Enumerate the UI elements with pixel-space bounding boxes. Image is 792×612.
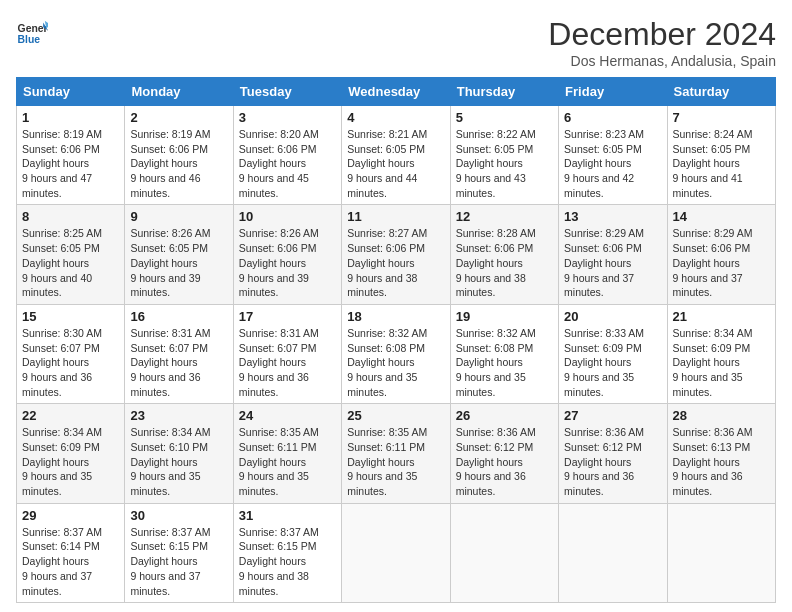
- page-header: General Blue December 2024 Dos Hermanas,…: [16, 16, 776, 69]
- day-number: 7: [673, 110, 770, 125]
- day-info: Sunrise: 8:22 AMSunset: 6:05 PMDaylight …: [456, 128, 536, 199]
- calendar-cell: 9 Sunrise: 8:26 AMSunset: 6:05 PMDayligh…: [125, 205, 233, 304]
- day-info: Sunrise: 8:34 AMSunset: 6:09 PMDaylight …: [673, 327, 753, 398]
- calendar-cell: 8 Sunrise: 8:25 AMSunset: 6:05 PMDayligh…: [17, 205, 125, 304]
- day-number: 8: [22, 209, 119, 224]
- calendar-cell: 21 Sunrise: 8:34 AMSunset: 6:09 PMDaylig…: [667, 304, 775, 403]
- calendar-cell: 24 Sunrise: 8:35 AMSunset: 6:11 PMDaylig…: [233, 404, 341, 503]
- calendar-cell: 6 Sunrise: 8:23 AMSunset: 6:05 PMDayligh…: [559, 106, 667, 205]
- weekday-header-monday: Monday: [125, 78, 233, 106]
- day-info: Sunrise: 8:19 AMSunset: 6:06 PMDaylight …: [22, 128, 102, 199]
- day-number: 28: [673, 408, 770, 423]
- calendar-cell: [559, 503, 667, 602]
- calendar-cell: 10 Sunrise: 8:26 AMSunset: 6:06 PMDaylig…: [233, 205, 341, 304]
- day-number: 15: [22, 309, 119, 324]
- calendar-cell: [667, 503, 775, 602]
- week-row-4: 22 Sunrise: 8:34 AMSunset: 6:09 PMDaylig…: [17, 404, 776, 503]
- calendar-cell: 20 Sunrise: 8:33 AMSunset: 6:09 PMDaylig…: [559, 304, 667, 403]
- day-info: Sunrise: 8:37 AMSunset: 6:15 PMDaylight …: [239, 526, 319, 597]
- calendar-cell: 12 Sunrise: 8:28 AMSunset: 6:06 PMDaylig…: [450, 205, 558, 304]
- day-info: Sunrise: 8:37 AMSunset: 6:14 PMDaylight …: [22, 526, 102, 597]
- weekday-header-tuesday: Tuesday: [233, 78, 341, 106]
- day-info: Sunrise: 8:23 AMSunset: 6:05 PMDaylight …: [564, 128, 644, 199]
- day-number: 10: [239, 209, 336, 224]
- weekday-header-row: SundayMondayTuesdayWednesdayThursdayFrid…: [17, 78, 776, 106]
- calendar-cell: [342, 503, 450, 602]
- calendar-cell: 1 Sunrise: 8:19 AMSunset: 6:06 PMDayligh…: [17, 106, 125, 205]
- weekday-header-wednesday: Wednesday: [342, 78, 450, 106]
- calendar-cell: 11 Sunrise: 8:27 AMSunset: 6:06 PMDaylig…: [342, 205, 450, 304]
- day-info: Sunrise: 8:36 AMSunset: 6:12 PMDaylight …: [564, 426, 644, 497]
- day-number: 17: [239, 309, 336, 324]
- day-number: 26: [456, 408, 553, 423]
- calendar-cell: 22 Sunrise: 8:34 AMSunset: 6:09 PMDaylig…: [17, 404, 125, 503]
- calendar-cell: 26 Sunrise: 8:36 AMSunset: 6:12 PMDaylig…: [450, 404, 558, 503]
- day-info: Sunrise: 8:28 AMSunset: 6:06 PMDaylight …: [456, 227, 536, 298]
- day-info: Sunrise: 8:26 AMSunset: 6:06 PMDaylight …: [239, 227, 319, 298]
- day-info: Sunrise: 8:36 AMSunset: 6:13 PMDaylight …: [673, 426, 753, 497]
- day-number: 29: [22, 508, 119, 523]
- day-number: 23: [130, 408, 227, 423]
- week-row-2: 8 Sunrise: 8:25 AMSunset: 6:05 PMDayligh…: [17, 205, 776, 304]
- day-number: 13: [564, 209, 661, 224]
- day-number: 5: [456, 110, 553, 125]
- weekday-header-friday: Friday: [559, 78, 667, 106]
- week-row-5: 29 Sunrise: 8:37 AMSunset: 6:14 PMDaylig…: [17, 503, 776, 602]
- day-number: 20: [564, 309, 661, 324]
- calendar-cell: 27 Sunrise: 8:36 AMSunset: 6:12 PMDaylig…: [559, 404, 667, 503]
- calendar-cell: [450, 503, 558, 602]
- calendar-cell: 29 Sunrise: 8:37 AMSunset: 6:14 PMDaylig…: [17, 503, 125, 602]
- day-number: 9: [130, 209, 227, 224]
- week-row-1: 1 Sunrise: 8:19 AMSunset: 6:06 PMDayligh…: [17, 106, 776, 205]
- day-number: 6: [564, 110, 661, 125]
- day-number: 3: [239, 110, 336, 125]
- calendar-cell: 19 Sunrise: 8:32 AMSunset: 6:08 PMDaylig…: [450, 304, 558, 403]
- calendar-cell: 25 Sunrise: 8:35 AMSunset: 6:11 PMDaylig…: [342, 404, 450, 503]
- calendar-cell: 23 Sunrise: 8:34 AMSunset: 6:10 PMDaylig…: [125, 404, 233, 503]
- day-info: Sunrise: 8:27 AMSunset: 6:06 PMDaylight …: [347, 227, 427, 298]
- day-info: Sunrise: 8:34 AMSunset: 6:09 PMDaylight …: [22, 426, 102, 497]
- calendar-cell: 17 Sunrise: 8:31 AMSunset: 6:07 PMDaylig…: [233, 304, 341, 403]
- day-number: 14: [673, 209, 770, 224]
- day-number: 30: [130, 508, 227, 523]
- weekday-header-saturday: Saturday: [667, 78, 775, 106]
- calendar-cell: 16 Sunrise: 8:31 AMSunset: 6:07 PMDaylig…: [125, 304, 233, 403]
- calendar-cell: 2 Sunrise: 8:19 AMSunset: 6:06 PMDayligh…: [125, 106, 233, 205]
- day-number: 16: [130, 309, 227, 324]
- day-number: 27: [564, 408, 661, 423]
- svg-text:Blue: Blue: [18, 34, 41, 45]
- week-row-3: 15 Sunrise: 8:30 AMSunset: 6:07 PMDaylig…: [17, 304, 776, 403]
- location-subtitle: Dos Hermanas, Andalusia, Spain: [548, 53, 776, 69]
- day-info: Sunrise: 8:34 AMSunset: 6:10 PMDaylight …: [130, 426, 210, 497]
- weekday-header-thursday: Thursday: [450, 78, 558, 106]
- day-number: 22: [22, 408, 119, 423]
- day-info: Sunrise: 8:21 AMSunset: 6:05 PMDaylight …: [347, 128, 427, 199]
- day-info: Sunrise: 8:24 AMSunset: 6:05 PMDaylight …: [673, 128, 753, 199]
- day-info: Sunrise: 8:36 AMSunset: 6:12 PMDaylight …: [456, 426, 536, 497]
- logo: General Blue: [16, 16, 48, 48]
- day-number: 11: [347, 209, 444, 224]
- day-number: 2: [130, 110, 227, 125]
- weekday-header-sunday: Sunday: [17, 78, 125, 106]
- day-info: Sunrise: 8:30 AMSunset: 6:07 PMDaylight …: [22, 327, 102, 398]
- day-info: Sunrise: 8:20 AMSunset: 6:06 PMDaylight …: [239, 128, 319, 199]
- day-info: Sunrise: 8:26 AMSunset: 6:05 PMDaylight …: [130, 227, 210, 298]
- month-title: December 2024: [548, 16, 776, 53]
- day-info: Sunrise: 8:32 AMSunset: 6:08 PMDaylight …: [456, 327, 536, 398]
- day-info: Sunrise: 8:19 AMSunset: 6:06 PMDaylight …: [130, 128, 210, 199]
- calendar-cell: 31 Sunrise: 8:37 AMSunset: 6:15 PMDaylig…: [233, 503, 341, 602]
- day-info: Sunrise: 8:25 AMSunset: 6:05 PMDaylight …: [22, 227, 102, 298]
- day-number: 31: [239, 508, 336, 523]
- calendar-cell: 15 Sunrise: 8:30 AMSunset: 6:07 PMDaylig…: [17, 304, 125, 403]
- day-info: Sunrise: 8:29 AMSunset: 6:06 PMDaylight …: [564, 227, 644, 298]
- day-number: 1: [22, 110, 119, 125]
- calendar-cell: 4 Sunrise: 8:21 AMSunset: 6:05 PMDayligh…: [342, 106, 450, 205]
- calendar-cell: 28 Sunrise: 8:36 AMSunset: 6:13 PMDaylig…: [667, 404, 775, 503]
- day-info: Sunrise: 8:37 AMSunset: 6:15 PMDaylight …: [130, 526, 210, 597]
- calendar-cell: 14 Sunrise: 8:29 AMSunset: 6:06 PMDaylig…: [667, 205, 775, 304]
- logo-icon: General Blue: [16, 16, 48, 48]
- day-number: 21: [673, 309, 770, 324]
- day-number: 12: [456, 209, 553, 224]
- title-block: December 2024 Dos Hermanas, Andalusia, S…: [548, 16, 776, 69]
- day-info: Sunrise: 8:35 AMSunset: 6:11 PMDaylight …: [239, 426, 319, 497]
